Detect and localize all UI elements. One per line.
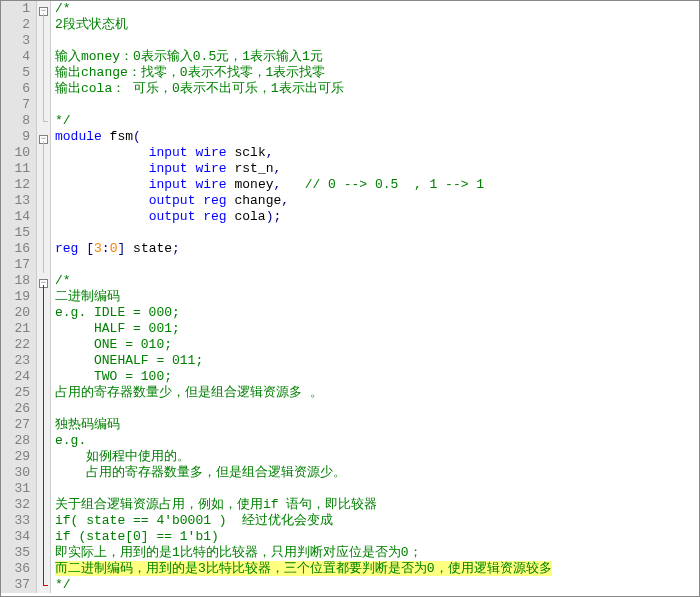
code-token: [: [86, 241, 94, 256]
code-line[interactable]: if( state == 4'b0001 ) 经过优化会变成: [55, 513, 699, 529]
code-line[interactable]: 即实际上，用到的是1比特的比较器，只用判断对应位是否为0；: [55, 545, 699, 561]
code-token: ,: [273, 161, 281, 176]
line-number: 8: [5, 113, 30, 129]
code-token: state: [125, 241, 172, 256]
fold-cell: [37, 81, 50, 97]
code-editor[interactable]: 1234567891011121314151617181920212223242…: [1, 1, 699, 593]
code-line[interactable]: */: [55, 577, 699, 593]
code-token: ,: [281, 193, 289, 208]
code-line[interactable]: 关于组合逻辑资源占用，例如，使用if 语句，即比较器: [55, 497, 699, 513]
code-token: */: [55, 577, 71, 592]
code-token: money: [227, 177, 274, 192]
code-token: e.g. IDLE = 000;: [55, 305, 180, 320]
code-area[interactable]: /*2段式状态机输入money：0表示输入0.5元，1表示输入1元输出chang…: [51, 1, 699, 593]
code-line[interactable]: 占用的寄存器数量多，但是组合逻辑资源少。: [55, 465, 699, 481]
code-line[interactable]: 输出cola： 可乐，0表示不出可乐，1表示出可乐: [55, 81, 699, 97]
line-number: 13: [5, 193, 30, 209]
code-line[interactable]: HALF = 001;: [55, 321, 699, 337]
code-line[interactable]: reg [3:0] state;: [55, 241, 699, 257]
code-line[interactable]: output reg change,: [55, 193, 699, 209]
code-token: output: [149, 209, 196, 224]
line-number: 1: [5, 1, 30, 17]
fold-cell: [37, 561, 50, 577]
code-line[interactable]: 独热码编码: [55, 417, 699, 433]
code-token: if( state == 4'b0001 ) 经过优化会变成: [55, 513, 333, 528]
fold-cell[interactable]: −: [37, 1, 50, 17]
code-token: );: [266, 209, 282, 224]
code-line[interactable]: [55, 257, 699, 273]
code-line[interactable]: input wire rst_n,: [55, 161, 699, 177]
line-number: 34: [5, 529, 30, 545]
line-number: 29: [5, 449, 30, 465]
code-line[interactable]: e.g.: [55, 433, 699, 449]
code-token: 关于组合逻辑资源占用，例如，使用if 语句，即比较器: [55, 497, 377, 512]
code-token: 输出change：找零，0表示不找零，1表示找零: [55, 65, 325, 80]
code-line[interactable]: [55, 401, 699, 417]
fold-cell: [37, 145, 50, 161]
line-number: 36: [5, 561, 30, 577]
fold-cell: [37, 401, 50, 417]
code-line[interactable]: 占用的寄存器数量少，但是组合逻辑资源多 。: [55, 385, 699, 401]
code-token: fsm: [102, 129, 133, 144]
code-line[interactable]: 输入money：0表示输入0.5元，1表示输入1元: [55, 49, 699, 65]
fold-cell: [37, 321, 50, 337]
fold-cell[interactable]: −: [37, 273, 50, 289]
fold-cell: [37, 481, 50, 497]
code-token: module: [55, 129, 102, 144]
code-line[interactable]: */: [55, 113, 699, 129]
code-token: HALF = 001;: [55, 321, 180, 336]
code-token: input: [149, 177, 188, 192]
code-line[interactable]: e.g. IDLE = 000;: [55, 305, 699, 321]
line-number: 4: [5, 49, 30, 65]
code-token: e.g.: [55, 433, 86, 448]
code-line[interactable]: [55, 33, 699, 49]
fold-cell: [37, 433, 50, 449]
code-token: 即实际上，用到的是1比特的比较器，只用判断对应位是否为0；: [55, 545, 422, 560]
code-line[interactable]: TWO = 100;: [55, 369, 699, 385]
code-line[interactable]: input wire sclk,: [55, 145, 699, 161]
fold-cell: [37, 17, 50, 33]
fold-cell: [37, 417, 50, 433]
code-line[interactable]: [55, 97, 699, 113]
code-token: 输入money：0表示输入0.5元，1表示输入1元: [55, 49, 323, 64]
code-line[interactable]: 二进制编码: [55, 289, 699, 305]
code-line[interactable]: 而二进制编码，用到的是3比特比较器，三个位置都要判断是否为0，使用逻辑资源较多: [55, 561, 699, 577]
code-line[interactable]: ONE = 010;: [55, 337, 699, 353]
code-token: rst_n: [227, 161, 274, 176]
code-line[interactable]: module fsm(: [55, 129, 699, 145]
code-token: ONE = 010;: [55, 337, 172, 352]
code-token: reg: [55, 241, 78, 256]
code-line[interactable]: 如例程中使用的。: [55, 449, 699, 465]
code-line[interactable]: 2段式状态机: [55, 17, 699, 33]
code-line[interactable]: /*: [55, 273, 699, 289]
line-number: 14: [5, 209, 30, 225]
code-token: output: [149, 193, 196, 208]
fold-cell: [37, 65, 50, 81]
code-line[interactable]: input wire money, // 0 --> 0.5 , 1 --> 1: [55, 177, 699, 193]
code-line[interactable]: 输出change：找零，0表示不找零，1表示找零: [55, 65, 699, 81]
code-token: /*: [55, 273, 71, 288]
code-line[interactable]: [55, 481, 699, 497]
fold-cell: [37, 257, 50, 273]
line-number: 9: [5, 129, 30, 145]
line-number: 2: [5, 17, 30, 33]
code-token: ;: [172, 241, 180, 256]
code-line[interactable]: [55, 225, 699, 241]
fold-cell: [37, 513, 50, 529]
fold-cell: [37, 529, 50, 545]
code-token: 占用的寄存器数量多，但是组合逻辑资源少。: [55, 465, 346, 480]
fold-cell[interactable]: −: [37, 129, 50, 145]
fold-cell: [37, 49, 50, 65]
fold-cell: [37, 113, 50, 129]
code-token: 二进制编码: [55, 289, 120, 304]
code-line[interactable]: ONEHALF = 011;: [55, 353, 699, 369]
line-number: 12: [5, 177, 30, 193]
code-token: reg: [203, 209, 226, 224]
line-number: 6: [5, 81, 30, 97]
line-number: 19: [5, 289, 30, 305]
code-token: 而二进制编码，用到的是3比特比较器，三个位置都要判断是否为0，使用逻辑资源较多: [55, 561, 552, 576]
code-line[interactable]: output reg cola);: [55, 209, 699, 225]
code-line[interactable]: if (state[0] == 1'b1): [55, 529, 699, 545]
code-token: 2段式状态机: [55, 17, 128, 32]
code-line[interactable]: /*: [55, 1, 699, 17]
